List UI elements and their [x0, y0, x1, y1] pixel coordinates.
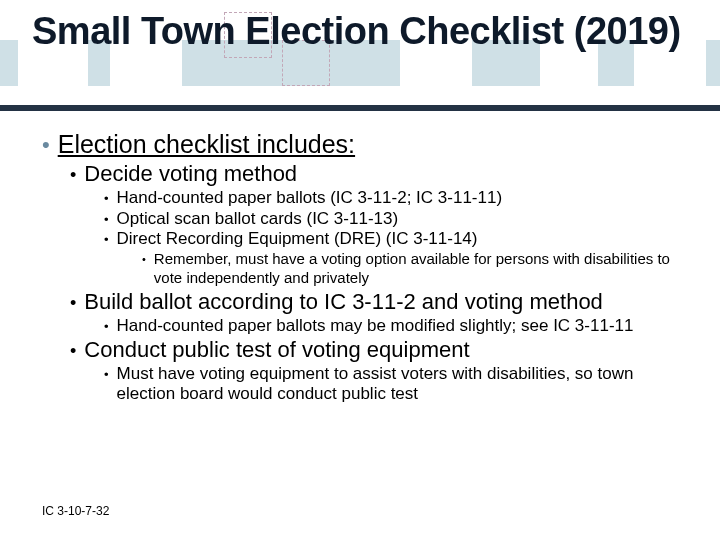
bullet-icon: •: [142, 254, 146, 265]
list-item: • Remember, must have a voting option av…: [142, 250, 692, 287]
bullet-icon: •: [70, 294, 76, 312]
list-heading: Election checklist includes:: [58, 130, 692, 159]
list-item: • Optical scan ballot cards (IC 3-11-13): [104, 209, 692, 230]
list-item: • Election checklist includes:: [42, 130, 692, 159]
list-text: Build ballot according to IC 3-11-2 and …: [84, 289, 692, 315]
bullet-icon: •: [70, 342, 76, 360]
list-item: • Hand-counted paper ballots may be modi…: [104, 316, 692, 337]
list-text: Must have voting equipment to assist vot…: [117, 364, 692, 405]
list-text: Remember, must have a voting option avai…: [154, 250, 692, 287]
bullet-icon: •: [104, 320, 109, 333]
list-text: Direct Recording Equipment (DRE) (IC 3-1…: [117, 229, 692, 250]
bullet-icon: •: [104, 368, 109, 381]
bullet-icon: •: [104, 213, 109, 226]
list-text: Optical scan ballot cards (IC 3-11-13): [117, 209, 692, 230]
bullet-icon: •: [42, 134, 50, 156]
list-item: • Decide voting method: [70, 161, 692, 187]
list-item: • Direct Recording Equipment (DRE) (IC 3…: [104, 229, 692, 250]
bullet-icon: •: [70, 166, 76, 184]
list-item: • Build ballot according to IC 3-11-2 an…: [70, 289, 692, 315]
footer-citation: IC 3-10-7-32: [42, 504, 109, 518]
bullet-icon: •: [104, 233, 109, 246]
list-text: Hand-counted paper ballots may be modifi…: [117, 316, 692, 337]
list-text: Decide voting method: [84, 161, 692, 187]
slide-title: Small Town Election Checklist (2019): [32, 10, 700, 53]
bullet-icon: •: [104, 192, 109, 205]
list-item: • Conduct public test of voting equipmen…: [70, 337, 692, 363]
list-item: • Must have voting equipment to assist v…: [104, 364, 692, 405]
slide-content: • Election checklist includes: • Decide …: [42, 130, 692, 405]
list-text: Conduct public test of voting equipment: [84, 337, 692, 363]
list-item: • Hand-counted paper ballots (IC 3-11-2;…: [104, 188, 692, 209]
list-text: Hand-counted paper ballots (IC 3-11-2; I…: [117, 188, 692, 209]
